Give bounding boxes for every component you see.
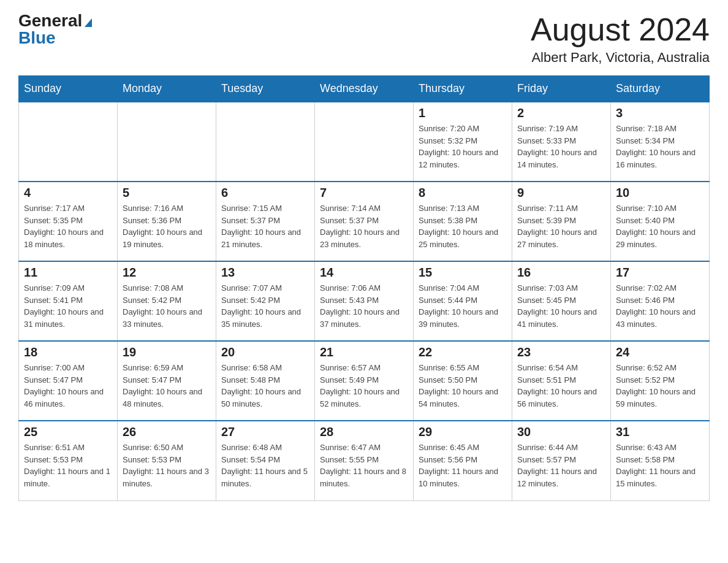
day-number: 14 [320,266,408,280]
column-header-friday: Friday [512,76,611,102]
day-info: Sunrise: 6:48 AM Sunset: 5:54 PM Dayligh… [221,442,309,489]
day-number: 23 [517,345,605,359]
day-number: 24 [616,345,704,359]
location-text: Albert Park, Victoria, Australia [531,50,710,66]
calendar-cell [19,102,118,182]
day-number: 10 [616,186,704,200]
day-info: Sunrise: 6:44 AM Sunset: 5:57 PM Dayligh… [517,442,605,489]
column-header-saturday: Saturday [611,76,710,102]
calendar-cell: 13Sunrise: 7:07 AM Sunset: 5:42 PM Dayli… [216,261,315,341]
day-number: 22 [419,345,507,359]
week-row-2: 4Sunrise: 7:17 AM Sunset: 5:35 PM Daylig… [19,182,710,261]
logo: General Blue [18,12,92,47]
day-info: Sunrise: 7:19 AM Sunset: 5:33 PM Dayligh… [517,123,605,170]
day-number: 8 [419,186,507,200]
day-info: Sunrise: 7:09 AM Sunset: 5:41 PM Dayligh… [24,282,112,330]
day-info: Sunrise: 6:45 AM Sunset: 5:56 PM Dayligh… [419,442,507,489]
day-number: 28 [320,425,408,439]
day-number: 21 [320,345,408,359]
logo-blue-text: Blue [18,28,56,47]
day-number: 18 [24,345,112,359]
day-info: Sunrise: 7:10 AM Sunset: 5:40 PM Dayligh… [616,202,704,250]
day-info: Sunrise: 6:47 AM Sunset: 5:55 PM Dayligh… [320,442,408,489]
column-header-tuesday: Tuesday [216,76,315,102]
day-info: Sunrise: 7:07 AM Sunset: 5:42 PM Dayligh… [221,282,309,330]
month-title: August 2024 [531,12,710,47]
week-row-1: 1Sunrise: 7:20 AM Sunset: 5:32 PM Daylig… [19,102,710,182]
logo-line2: Blue [18,29,56,47]
day-info: Sunrise: 6:43 AM Sunset: 5:58 PM Dayligh… [616,442,704,489]
day-info: Sunrise: 7:03 AM Sunset: 5:45 PM Dayligh… [517,282,605,330]
calendar-cell: 24Sunrise: 6:52 AM Sunset: 5:52 PM Dayli… [611,341,710,421]
calendar-cell: 8Sunrise: 7:13 AM Sunset: 5:38 PM Daylig… [414,182,512,261]
calendar-cell: 10Sunrise: 7:10 AM Sunset: 5:40 PM Dayli… [611,182,710,261]
day-number: 3 [616,106,704,120]
calendar-cell: 18Sunrise: 7:00 AM Sunset: 5:47 PM Dayli… [19,341,118,421]
calendar-cell [216,102,315,182]
day-number: 12 [123,266,211,280]
day-info: Sunrise: 7:13 AM Sunset: 5:38 PM Dayligh… [419,202,507,250]
calendar-cell: 21Sunrise: 6:57 AM Sunset: 5:49 PM Dayli… [315,341,414,421]
logo-line1: General [18,12,92,29]
calendar-cell: 23Sunrise: 6:54 AM Sunset: 5:51 PM Dayli… [512,341,611,421]
calendar-table: SundayMondayTuesdayWednesdayThursdayFrid… [18,75,710,501]
day-number: 15 [419,266,507,280]
day-number: 1 [419,106,507,120]
day-number: 9 [517,186,605,200]
calendar-header-row: SundayMondayTuesdayWednesdayThursdayFrid… [19,76,710,102]
day-info: Sunrise: 7:18 AM Sunset: 5:34 PM Dayligh… [616,123,704,170]
day-info: Sunrise: 6:58 AM Sunset: 5:48 PM Dayligh… [221,362,309,410]
day-number: 20 [221,345,309,359]
day-info: Sunrise: 7:15 AM Sunset: 5:37 PM Dayligh… [221,202,309,250]
day-info: Sunrise: 6:50 AM Sunset: 5:53 PM Dayligh… [123,442,211,489]
day-number: 2 [517,106,605,120]
calendar-cell: 29Sunrise: 6:45 AM Sunset: 5:56 PM Dayli… [414,421,512,500]
calendar-cell: 12Sunrise: 7:08 AM Sunset: 5:42 PM Dayli… [118,261,216,341]
calendar-cell: 4Sunrise: 7:17 AM Sunset: 5:35 PM Daylig… [19,182,118,261]
day-info: Sunrise: 7:17 AM Sunset: 5:35 PM Dayligh… [24,202,112,250]
calendar-cell: 17Sunrise: 7:02 AM Sunset: 5:46 PM Dayli… [611,261,710,341]
day-number: 25 [24,425,112,439]
column-header-sunday: Sunday [19,76,118,102]
day-info: Sunrise: 6:54 AM Sunset: 5:51 PM Dayligh… [517,362,605,410]
day-number: 13 [221,266,309,280]
calendar-cell: 2Sunrise: 7:19 AM Sunset: 5:33 PM Daylig… [512,102,611,182]
day-info: Sunrise: 7:06 AM Sunset: 5:43 PM Dayligh… [320,282,408,330]
calendar-cell: 7Sunrise: 7:14 AM Sunset: 5:37 PM Daylig… [315,182,414,261]
calendar-cell: 25Sunrise: 6:51 AM Sunset: 5:53 PM Dayli… [19,421,118,500]
calendar-cell [315,102,414,182]
calendar-cell: 27Sunrise: 6:48 AM Sunset: 5:54 PM Dayli… [216,421,315,500]
calendar-cell: 1Sunrise: 7:20 AM Sunset: 5:32 PM Daylig… [414,102,512,182]
title-area: August 2024 Albert Park, Victoria, Austr… [531,12,710,66]
day-info: Sunrise: 7:08 AM Sunset: 5:42 PM Dayligh… [123,282,211,330]
day-number: 30 [517,425,605,439]
day-number: 16 [517,266,605,280]
day-info: Sunrise: 6:59 AM Sunset: 5:47 PM Dayligh… [123,362,211,410]
calendar-cell: 16Sunrise: 7:03 AM Sunset: 5:45 PM Dayli… [512,261,611,341]
day-number: 5 [123,186,211,200]
day-number: 29 [419,425,507,439]
week-row-3: 11Sunrise: 7:09 AM Sunset: 5:41 PM Dayli… [19,261,710,341]
day-number: 4 [24,186,112,200]
day-info: Sunrise: 6:52 AM Sunset: 5:52 PM Dayligh… [616,362,704,410]
calendar-cell: 9Sunrise: 7:11 AM Sunset: 5:39 PM Daylig… [512,182,611,261]
day-info: Sunrise: 7:02 AM Sunset: 5:46 PM Dayligh… [616,282,704,330]
calendar-cell: 11Sunrise: 7:09 AM Sunset: 5:41 PM Dayli… [19,261,118,341]
day-info: Sunrise: 7:04 AM Sunset: 5:44 PM Dayligh… [419,282,507,330]
day-number: 17 [616,266,704,280]
column-header-thursday: Thursday [414,76,512,102]
day-info: Sunrise: 7:11 AM Sunset: 5:39 PM Dayligh… [517,202,605,250]
calendar-cell: 28Sunrise: 6:47 AM Sunset: 5:55 PM Dayli… [315,421,414,500]
day-number: 7 [320,186,408,200]
header: General Blue August 2024 Albert Park, Vi… [18,12,710,66]
day-info: Sunrise: 7:16 AM Sunset: 5:36 PM Dayligh… [123,202,211,250]
calendar-cell: 6Sunrise: 7:15 AM Sunset: 5:37 PM Daylig… [216,182,315,261]
calendar-cell: 26Sunrise: 6:50 AM Sunset: 5:53 PM Dayli… [118,421,216,500]
day-number: 27 [221,425,309,439]
calendar-cell: 3Sunrise: 7:18 AM Sunset: 5:34 PM Daylig… [611,102,710,182]
calendar-cell: 15Sunrise: 7:04 AM Sunset: 5:44 PM Dayli… [414,261,512,341]
column-header-monday: Monday [118,76,216,102]
calendar-cell: 19Sunrise: 6:59 AM Sunset: 5:47 PM Dayli… [118,341,216,421]
column-header-wednesday: Wednesday [315,76,414,102]
day-number: 19 [123,345,211,359]
